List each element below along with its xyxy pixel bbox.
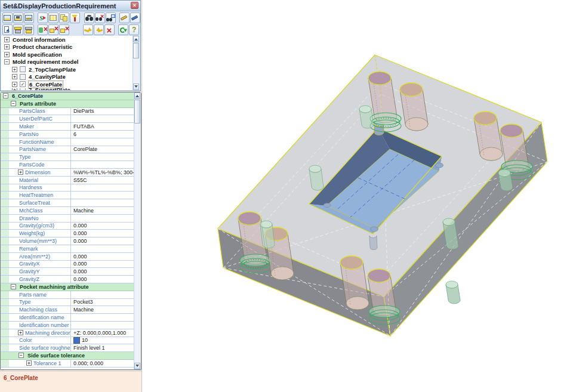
- toolbar-button-return-arrow[interactable]: [94, 24, 104, 35]
- tree-item-mold-specification[interactable]: +Mold specification: [1, 51, 140, 58]
- toolbar-button-refresh[interactable]: [118, 24, 128, 35]
- tree-item-6-coreplate[interactable]: +✓6_CorePlate: [1, 81, 140, 88]
- property-group-6-coreplate[interactable]: −6_CorePlate: [1, 92, 134, 100]
- property-row-mchclass[interactable]: MchClassMachine: [1, 207, 134, 215]
- property-group-pocket-machining-attribute[interactable]: −Pocket machining attribute: [1, 283, 134, 291]
- property-row-drawno[interactable]: DrawNo: [1, 215, 134, 223]
- property-scrollbar[interactable]: [134, 92, 141, 369]
- property-row-side-surface-roughness[interactable]: Side surface roughnessFinish level 1: [1, 344, 134, 352]
- property-row-tolerance-1[interactable]: +Tolerance 10.000; 0.000: [1, 360, 134, 368]
- property-row-identification-name[interactable]: Identification name: [1, 314, 134, 322]
- property-row-partscode[interactable]: PartsCode: [1, 161, 134, 169]
- tree-item-mold-requirement-model[interactable]: −Mold requirement model: [1, 58, 140, 66]
- property-value[interactable]: 0.000: [71, 238, 134, 244]
- property-row-parts-name[interactable]: Parts name: [1, 291, 134, 299]
- expander-icon[interactable]: −: [4, 59, 10, 64]
- property-row-color[interactable]: Color10: [1, 337, 134, 345]
- tree-item-4-cavityplate[interactable]: +4_CavityPlate: [1, 73, 140, 81]
- expander-icon[interactable]: +: [18, 330, 23, 335]
- toolbar-button-highlight-blue[interactable]: [130, 13, 140, 23]
- property-row-partsno[interactable]: PartsNo6: [1, 131, 134, 138]
- toolbar-button-machine-set[interactable]: [13, 24, 23, 35]
- property-row-volume-mm-3[interactable]: Volume(mm**3)0.000: [1, 237, 134, 245]
- property-row-heattreatmen[interactable]: HeatTreatmen: [1, 192, 134, 199]
- close-button[interactable]: ×: [131, 2, 138, 9]
- toolbar-button-import-page[interactable]: [2, 24, 13, 35]
- expander-icon[interactable]: +: [12, 67, 17, 72]
- toolbar-button-delete-box[interactable]: [48, 24, 58, 35]
- property-value[interactable]: 6: [71, 131, 134, 137]
- property-row-gravityx[interactable]: GravityX0.000: [1, 261, 134, 268]
- expander-icon[interactable]: −: [19, 353, 24, 358]
- property-group-side-surface-tolerance[interactable]: −Side surface tolerance: [1, 352, 134, 360]
- property-value[interactable]: 0.000: [71, 254, 134, 260]
- tree-scroll-thumb[interactable]: [133, 43, 139, 58]
- expander-icon[interactable]: +: [4, 37, 10, 42]
- expander-icon[interactable]: +: [12, 74, 17, 79]
- expander-icon[interactable]: +: [4, 44, 10, 50]
- toolbar-button-filter-funnel[interactable]: [70, 13, 80, 23]
- property-row-dimension[interactable]: +Dimension%W%-%TL%-%B%; 300-4...: [1, 169, 134, 177]
- property-value[interactable]: DieParts: [71, 108, 134, 114]
- toolbar-button-search-remove[interactable]: [95, 13, 105, 23]
- property-value[interactable]: S55C: [71, 177, 134, 183]
- property-row-hardness[interactable]: Hardness: [1, 184, 134, 192]
- toolbar-button-highlight-yellow[interactable]: [119, 13, 130, 23]
- checkbox[interactable]: ✓: [20, 81, 26, 87]
- property-row-type[interactable]: TypePocket3: [1, 299, 134, 307]
- property-row-surfacetreat[interactable]: SurfaceTreat: [1, 199, 134, 207]
- property-row-weight-kg[interactable]: Weight(kg)0.000: [1, 230, 134, 237]
- expander-icon[interactable]: +: [12, 88, 17, 91]
- expander-icon[interactable]: −: [11, 284, 16, 289]
- property-scroll-down-button[interactable]: [134, 363, 140, 369]
- toolbar-button-delete-red[interactable]: [104, 24, 115, 35]
- title-bar[interactable]: Set&DisplayProductionRequirement ×: [1, 1, 140, 11]
- toolbar-button-copy-requirement[interactable]: [59, 13, 69, 23]
- checkbox[interactable]: [20, 74, 26, 80]
- toolbar-button-apply-arrow[interactable]: [83, 24, 93, 35]
- toolbar-button-search[interactable]: [84, 13, 94, 23]
- property-value[interactable]: Machine: [71, 208, 134, 214]
- tree-item-control-information[interactable]: +Control information: [1, 36, 140, 44]
- toolbar-button-window-display[interactable]: [24, 13, 34, 23]
- property-value[interactable]: Finish level 1: [71, 345, 134, 351]
- property-row-gravityz[interactable]: GravityZ0.000: [1, 276, 134, 283]
- toolbar-button-window-new[interactable]: [2, 13, 13, 23]
- property-row-functionname[interactable]: FunctionName: [1, 138, 134, 146]
- toolbar-button-delete-figure[interactable]: [38, 24, 48, 35]
- tree-item-7-supportplate[interactable]: +7_SupportPlate: [1, 88, 140, 91]
- property-group-parts-attribute[interactable]: −Parts attribute: [1, 100, 134, 108]
- tree-scrollbar[interactable]: [133, 36, 140, 90]
- property-value[interactable]: 0.000: [71, 261, 134, 267]
- property-value[interactable]: Pocket3: [71, 299, 134, 305]
- property-value[interactable]: +Z: 0.000,0.000,1.000: [71, 330, 134, 336]
- property-row-userdefpartc[interactable]: UserDefPartC: [1, 115, 134, 123]
- toolbar-button-search-window[interactable]: [106, 13, 116, 23]
- property-row-material[interactable]: MaterialS55C: [1, 177, 134, 184]
- property-value[interactable]: 0.000: [71, 230, 134, 236]
- property-value[interactable]: 0.000: [71, 276, 134, 282]
- toolbar-button-machine-get[interactable]: [24, 24, 34, 35]
- property-row-type[interactable]: Type: [1, 153, 134, 161]
- property-row-partsname[interactable]: PartsNameCorePlate: [1, 146, 134, 154]
- tree-scroll-up-button[interactable]: [133, 36, 139, 42]
- property-value[interactable]: %W%-%TL%-%B%; 300-4...: [71, 169, 134, 175]
- checkbox[interactable]: [20, 88, 26, 91]
- property-row-maker[interactable]: MakerFUTABA: [1, 123, 134, 131]
- property-row-gravityy[interactable]: GravityY0.000: [1, 268, 134, 276]
- toolbar-button-delete-box2[interactable]: [59, 24, 69, 35]
- expander-icon[interactable]: −: [3, 93, 8, 98]
- expander-icon[interactable]: +: [26, 360, 32, 366]
- toolbar-button-window-machine[interactable]: [13, 13, 23, 23]
- property-scroll-thumb[interactable]: [134, 100, 140, 124]
- property-value[interactable]: 0.000; 0.000: [71, 360, 134, 366]
- property-value[interactable]: 0.000: [71, 223, 134, 229]
- toolbar-button-transfer-requirement[interactable]: [38, 13, 48, 23]
- property-value[interactable]: CorePlate: [71, 146, 134, 152]
- property-scroll-up-button[interactable]: [134, 92, 140, 99]
- tree-item-2-topclampplate[interactable]: +2_TopClampPlate: [1, 66, 140, 73]
- property-value[interactable]: Machine: [71, 307, 134, 313]
- property-row-machining-class[interactable]: Machining classMachine: [1, 306, 134, 314]
- expander-icon[interactable]: −: [11, 101, 16, 106]
- tree-scroll-down-button[interactable]: [133, 84, 139, 90]
